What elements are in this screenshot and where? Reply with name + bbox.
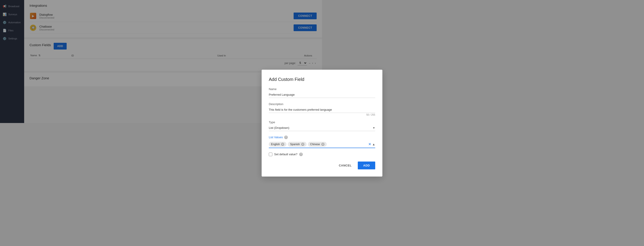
description-input[interactable]: [269, 107, 322, 113]
char-count: 50 / 255: [269, 113, 322, 116]
name-label: Name: [269, 87, 322, 91]
description-field-group: Description 50 / 255: [269, 102, 322, 116]
description-label: Description: [269, 102, 322, 106]
add-custom-field-modal: Add Custom Field Name Description 50 / 2…: [262, 70, 322, 123]
type-field-group: Type List (Dropdown) Text Number Boolean…: [269, 120, 322, 123]
type-label: Type: [269, 120, 322, 123]
name-field-group: Name: [269, 87, 322, 98]
name-input[interactable]: [269, 92, 322, 98]
modal-overlay[interactable]: Add Custom Field Name Description 50 / 2…: [0, 0, 322, 123]
modal-title: Add Custom Field: [269, 77, 322, 82]
